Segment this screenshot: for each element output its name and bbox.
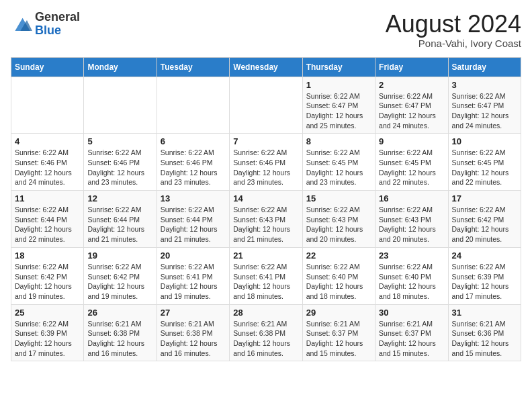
calendar-cell: 22Sunrise: 6:22 AMSunset: 6:40 PMDayligh… <box>302 247 375 304</box>
logo-blue-text: Blue <box>35 24 80 38</box>
header-day: Friday <box>375 57 448 77</box>
page-header: General Blue August 2024 Pona-Vahi, Ivor… <box>11 11 521 49</box>
header-day: Monday <box>84 57 157 77</box>
header-day: Thursday <box>302 57 375 77</box>
header-day: Saturday <box>448 57 521 77</box>
calendar-cell: 5Sunrise: 6:22 AMSunset: 6:46 PMDaylight… <box>84 134 157 191</box>
calendar-cell <box>157 77 229 134</box>
day-info: Sunrise: 6:22 AMSunset: 6:46 PMDaylight:… <box>15 148 80 187</box>
day-info: Sunrise: 6:21 AMSunset: 6:38 PMDaylight:… <box>233 319 298 359</box>
calendar-cell: 14Sunrise: 6:22 AMSunset: 6:43 PMDayligh… <box>230 191 302 248</box>
calendar-cell: 9Sunrise: 6:22 AMSunset: 6:45 PMDaylight… <box>375 134 448 191</box>
day-info: Sunrise: 6:22 AMSunset: 6:44 PMDaylight:… <box>15 205 80 244</box>
calendar-cell: 12Sunrise: 6:22 AMSunset: 6:44 PMDayligh… <box>84 191 157 248</box>
day-number: 10 <box>452 136 517 146</box>
day-number: 9 <box>379 136 444 146</box>
logo: General Blue <box>11 11 80 38</box>
day-number: 18 <box>15 250 80 261</box>
day-info: Sunrise: 6:22 AMSunset: 6:41 PMDaylight:… <box>161 262 226 302</box>
day-number: 7 <box>233 136 298 146</box>
day-number: 12 <box>87 193 152 203</box>
day-info: Sunrise: 6:22 AMSunset: 6:42 PMDaylight:… <box>87 262 152 302</box>
calendar-cell: 8Sunrise: 6:22 AMSunset: 6:45 PMDaylight… <box>302 134 375 191</box>
calendar-cell: 28Sunrise: 6:21 AMSunset: 6:38 PMDayligh… <box>230 304 302 361</box>
calendar-cell <box>84 77 157 134</box>
day-info: Sunrise: 6:22 AMSunset: 6:40 PMDaylight:… <box>379 262 444 302</box>
week-row: 4Sunrise: 6:22 AMSunset: 6:46 PMDaylight… <box>11 134 521 191</box>
day-number: 17 <box>452 193 517 203</box>
subtitle: Pona-Vahi, Ivory Coast <box>386 38 521 49</box>
week-row: 1Sunrise: 6:22 AMSunset: 6:47 PMDaylight… <box>11 77 521 134</box>
calendar-cell: 7Sunrise: 6:22 AMSunset: 6:46 PMDaylight… <box>230 134 302 191</box>
day-number: 31 <box>452 308 517 318</box>
day-number: 6 <box>161 136 226 146</box>
calendar-cell: 30Sunrise: 6:21 AMSunset: 6:37 PMDayligh… <box>375 304 448 361</box>
calendar-cell: 25Sunrise: 6:22 AMSunset: 6:39 PMDayligh… <box>11 304 84 361</box>
logo-general-text: General <box>35 11 80 24</box>
day-info: Sunrise: 6:22 AMSunset: 6:46 PMDaylight:… <box>87 148 152 187</box>
day-info: Sunrise: 6:22 AMSunset: 6:39 PMDaylight:… <box>452 262 517 302</box>
day-number: 2 <box>379 80 444 90</box>
calendar-cell: 17Sunrise: 6:22 AMSunset: 6:42 PMDayligh… <box>448 191 521 248</box>
day-number: 24 <box>452 250 517 261</box>
day-number: 20 <box>161 250 226 261</box>
day-info: Sunrise: 6:22 AMSunset: 6:41 PMDaylight:… <box>233 262 298 302</box>
week-row: 11Sunrise: 6:22 AMSunset: 6:44 PMDayligh… <box>11 191 521 248</box>
day-number: 4 <box>15 136 80 146</box>
day-number: 23 <box>379 250 444 261</box>
calendar-cell: 4Sunrise: 6:22 AMSunset: 6:46 PMDaylight… <box>11 134 84 191</box>
day-info: Sunrise: 6:22 AMSunset: 6:42 PMDaylight:… <box>452 205 517 244</box>
day-info: Sunrise: 6:21 AMSunset: 6:37 PMDaylight:… <box>379 319 444 359</box>
day-number: 3 <box>452 80 517 90</box>
day-number: 30 <box>379 308 444 318</box>
calendar-cell: 10Sunrise: 6:22 AMSunset: 6:45 PMDayligh… <box>448 134 521 191</box>
calendar-cell: 24Sunrise: 6:22 AMSunset: 6:39 PMDayligh… <box>448 247 521 304</box>
day-info: Sunrise: 6:22 AMSunset: 6:47 PMDaylight:… <box>306 91 371 131</box>
day-number: 19 <box>87 250 152 261</box>
day-number: 25 <box>15 308 80 318</box>
week-row: 25Sunrise: 6:22 AMSunset: 6:39 PMDayligh… <box>11 304 521 361</box>
day-info: Sunrise: 6:21 AMSunset: 6:38 PMDaylight:… <box>87 319 152 359</box>
day-number: 5 <box>87 136 152 146</box>
calendar-cell <box>11 77 84 134</box>
calendar-cell: 11Sunrise: 6:22 AMSunset: 6:44 PMDayligh… <box>11 191 84 248</box>
day-number: 29 <box>306 308 371 318</box>
day-info: Sunrise: 6:22 AMSunset: 6:43 PMDaylight:… <box>379 205 444 244</box>
day-info: Sunrise: 6:22 AMSunset: 6:44 PMDaylight:… <box>87 205 152 244</box>
day-info: Sunrise: 6:22 AMSunset: 6:47 PMDaylight:… <box>452 91 517 131</box>
week-row: 18Sunrise: 6:22 AMSunset: 6:42 PMDayligh… <box>11 247 521 304</box>
calendar-cell: 19Sunrise: 6:22 AMSunset: 6:42 PMDayligh… <box>84 247 157 304</box>
calendar-cell: 27Sunrise: 6:21 AMSunset: 6:38 PMDayligh… <box>157 304 229 361</box>
day-number: 22 <box>306 250 371 261</box>
calendar-cell: 2Sunrise: 6:22 AMSunset: 6:47 PMDaylight… <box>375 77 448 134</box>
calendar-cell: 31Sunrise: 6:21 AMSunset: 6:36 PMDayligh… <box>448 304 521 361</box>
day-info: Sunrise: 6:22 AMSunset: 6:40 PMDaylight:… <box>306 262 371 302</box>
calendar-cell: 15Sunrise: 6:22 AMSunset: 6:43 PMDayligh… <box>302 191 375 248</box>
day-info: Sunrise: 6:22 AMSunset: 6:45 PMDaylight:… <box>452 148 517 187</box>
header-day: Wednesday <box>230 57 302 77</box>
day-info: Sunrise: 6:22 AMSunset: 6:43 PMDaylight:… <box>306 205 371 244</box>
day-info: Sunrise: 6:21 AMSunset: 6:36 PMDaylight:… <box>452 319 517 359</box>
day-number: 14 <box>233 193 298 203</box>
calendar-cell <box>230 77 302 134</box>
calendar-cell: 29Sunrise: 6:21 AMSunset: 6:37 PMDayligh… <box>302 304 375 361</box>
day-info: Sunrise: 6:22 AMSunset: 6:46 PMDaylight:… <box>233 148 298 187</box>
day-info: Sunrise: 6:21 AMSunset: 6:37 PMDaylight:… <box>306 319 371 359</box>
day-info: Sunrise: 6:22 AMSunset: 6:45 PMDaylight:… <box>379 148 444 187</box>
title-block: August 2024 Pona-Vahi, Ivory Coast <box>386 11 521 49</box>
day-number: 15 <box>306 193 371 203</box>
day-number: 13 <box>161 193 226 203</box>
day-info: Sunrise: 6:22 AMSunset: 6:45 PMDaylight:… <box>306 148 371 187</box>
day-number: 28 <box>233 308 298 318</box>
calendar-cell: 3Sunrise: 6:22 AMSunset: 6:47 PMDaylight… <box>448 77 521 134</box>
header-row: SundayMondayTuesdayWednesdayThursdayFrid… <box>11 57 521 77</box>
calendar-cell: 20Sunrise: 6:22 AMSunset: 6:41 PMDayligh… <box>157 247 229 304</box>
main-title: August 2024 <box>386 11 521 38</box>
calendar-cell: 23Sunrise: 6:22 AMSunset: 6:40 PMDayligh… <box>375 247 448 304</box>
day-number: 16 <box>379 193 444 203</box>
header-day: Sunday <box>11 57 84 77</box>
day-number: 11 <box>15 193 80 203</box>
day-number: 21 <box>233 250 298 261</box>
calendar-cell: 18Sunrise: 6:22 AMSunset: 6:42 PMDayligh… <box>11 247 84 304</box>
day-info: Sunrise: 6:22 AMSunset: 6:39 PMDaylight:… <box>15 319 80 359</box>
